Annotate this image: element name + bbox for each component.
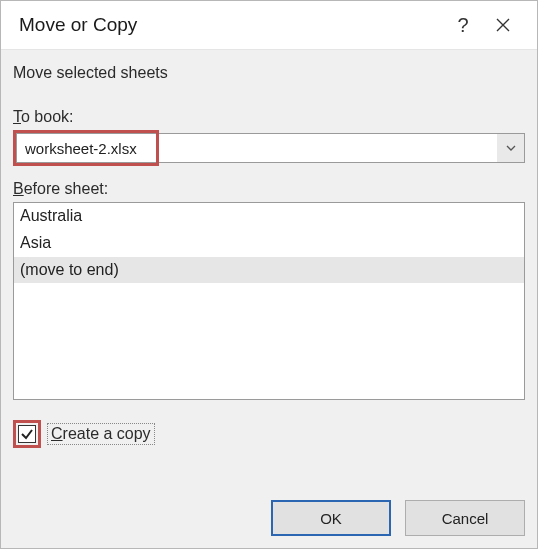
move-or-copy-dialog: Move or Copy ? Move selected sheets To b… (0, 0, 538, 549)
to-book-label: To book: (13, 108, 525, 126)
create-copy-highlight (13, 420, 41, 448)
create-copy-row: Create a copy (13, 420, 525, 448)
list-item[interactable]: (move to end) (14, 257, 524, 284)
check-icon (20, 427, 34, 441)
to-book-dropdown-button[interactable] (497, 133, 525, 163)
titlebar: Move or Copy ? (1, 1, 537, 49)
dialog-body: Move selected sheets To book: worksheet-… (1, 49, 537, 548)
chevron-down-icon (506, 145, 516, 151)
ok-button[interactable]: OK (271, 500, 391, 536)
before-sheet-label: Before sheet: (13, 180, 525, 198)
instruction-text: Move selected sheets (13, 64, 525, 82)
list-item[interactable]: Asia (14, 230, 524, 257)
to-book-highlight: worksheet-2.xlsx (13, 130, 159, 166)
close-button[interactable] (483, 1, 523, 49)
create-copy-label[interactable]: Create a copy (47, 423, 155, 445)
before-sheet-listbox[interactable]: Australia Asia (move to end) (13, 202, 525, 400)
to-book-combo-mid[interactable] (159, 133, 497, 163)
create-copy-checkbox[interactable] (18, 425, 36, 443)
help-button[interactable]: ? (443, 1, 483, 49)
close-icon (495, 17, 511, 33)
to-book-combo-rest (159, 130, 525, 166)
to-book-combo[interactable]: worksheet-2.xlsx (13, 130, 525, 166)
button-row: OK Cancel (13, 500, 525, 536)
dialog-title: Move or Copy (19, 14, 443, 36)
list-item[interactable]: Australia (14, 203, 524, 230)
create-copy-label-rest: reate a copy (63, 425, 151, 442)
create-copy-label-accel: C (51, 425, 63, 442)
cancel-button[interactable]: Cancel (405, 500, 525, 536)
to-book-value[interactable]: worksheet-2.xlsx (16, 133, 156, 163)
